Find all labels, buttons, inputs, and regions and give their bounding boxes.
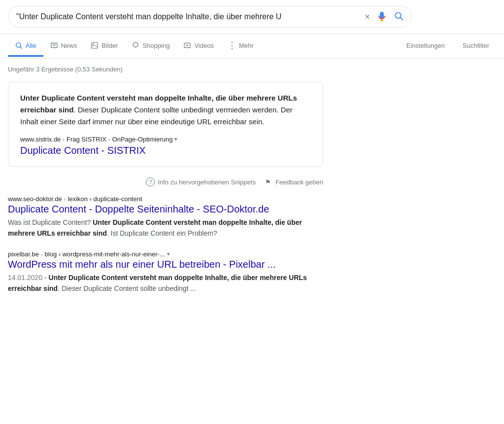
- tab-mehr-label: Mehr: [239, 42, 254, 49]
- result-count: Ungefähr 3 Ergebnisse (0,53 Sekunden): [0, 59, 504, 78]
- svg-rect-4: [51, 43, 57, 47]
- search-bar[interactable]: "Unter Duplicate Content versteht man do…: [8, 6, 412, 28]
- breadcrumb-arrow-2: ›: [108, 137, 110, 142]
- result-2-arrow: ›: [41, 251, 43, 257]
- mic-icon[interactable]: [376, 11, 388, 23]
- featured-snippet: Unter Duplicate Content versteht man dop…: [8, 82, 323, 167]
- result-1-link-text: Duplicate Content - Doppelte Seiteninhal…: [8, 204, 269, 214]
- snippet-info-link[interactable]: ? Info zu hervorgehobenen Snippets: [146, 177, 256, 186]
- tab-videos[interactable]: Videos: [176, 35, 221, 57]
- breadcrumb-dropdown-icon[interactable]: ▾: [174, 136, 177, 142]
- svg-line-1: [401, 17, 403, 20]
- suchfilter-link[interactable]: Suchfilter: [456, 36, 496, 57]
- search-bar-container: "Unter Duplicate Content versteht man do…: [0, 0, 504, 34]
- result-1-domain: www.seo-doktor.de: [8, 195, 62, 203]
- settings-label: Einstellungen: [406, 42, 445, 49]
- result-1-arrow: ›: [64, 196, 66, 202]
- result-2-link[interactable]: WordPress mit mehr als nur einer URL bet…: [8, 259, 276, 270]
- snippet-feedback-label: Feedback geben: [275, 178, 323, 186]
- news-tab-icon: [50, 41, 58, 49]
- result-2-url-row: pixelbar.be › blog › wordpress-mit-mehr-…: [8, 250, 317, 258]
- featured-snippet-link[interactable]: Duplicate Content - SISTRIX: [20, 145, 146, 156]
- featured-snippet-link-text: Duplicate Content - SISTRIX: [20, 145, 146, 156]
- result-1-url-row: www.seo-doktor.de › lexikon › duplicate-…: [8, 195, 317, 203]
- result-1-link[interactable]: Duplicate Content - Doppelte Seiteninhal…: [8, 204, 269, 214]
- search-result-2: pixelbar.be › blog › wordpress-mit-mehr-…: [0, 245, 325, 300]
- result-1-desc-rest: . Ist Duplicate Content ein Problem?: [107, 229, 217, 237]
- tab-mehr[interactable]: ⋮ Mehr: [221, 34, 261, 58]
- result-2-path: blog › wordpress-mit-mehr-als-nur-einer-…: [45, 250, 165, 258]
- result-2-desc-rest: . Dieser Duplicate Content sollte unbedi…: [58, 284, 196, 292]
- search-submit-icon[interactable]: [394, 11, 403, 23]
- mehr-dots-icon: ⋮: [228, 40, 237, 51]
- tab-bilder-label: Bilder: [101, 42, 118, 49]
- featured-snippet-breadcrumb: www.sistrix.de › Frag SISTRIX › OnPage-O…: [20, 136, 311, 143]
- breadcrumb-domain: www.sistrix.de: [20, 136, 61, 143]
- breadcrumb-arrow-1: ›: [63, 137, 65, 142]
- info-circle-icon: ?: [146, 177, 155, 186]
- tab-videos-label: Videos: [194, 42, 214, 49]
- result-1-desc-plain: Was ist Duplicate Content?: [8, 218, 93, 226]
- svg-rect-7: [92, 42, 98, 48]
- settings-link[interactable]: Einstellungen: [400, 36, 452, 57]
- snippet-info-label: Info zu hervorgehobenen Snippets: [158, 178, 256, 186]
- search-result-1: www.seo-doktor.de › lexikon › duplicate-…: [0, 189, 325, 245]
- flag-icon: ⚑: [264, 177, 272, 186]
- featured-snippet-text: Unter Duplicate Content versteht man dop…: [20, 92, 311, 128]
- result-1-description: Was ist Duplicate Content? Unter Duplica…: [8, 217, 317, 239]
- videos-tab-icon: [183, 41, 191, 49]
- tab-news[interactable]: News: [43, 35, 84, 57]
- close-icon[interactable]: ×: [365, 12, 370, 22]
- search-tab-icon: [15, 41, 23, 49]
- tab-bilder[interactable]: Bilder: [84, 35, 125, 57]
- tab-alle-label: Alle: [26, 42, 36, 49]
- snippet-feedback-link[interactable]: ⚑ Feedback geben: [264, 177, 323, 186]
- navigation-tabs: Alle News Bilder Shopping Videos ⋮ Mehr: [0, 34, 504, 59]
- result-2-date: 14.01.2020: [8, 274, 42, 282]
- tab-shopping-label: Shopping: [142, 42, 169, 49]
- tab-news-label: News: [61, 42, 77, 49]
- suchfilter-label: Suchfilter: [463, 42, 489, 49]
- result-2-link-text: WordPress mit mehr als nur einer URL bet…: [8, 259, 276, 270]
- shopping-tab-icon: [132, 41, 139, 49]
- snippet-feedback-bar: ? Info zu hervorgehobenen Snippets ⚑ Fee…: [0, 175, 331, 189]
- tab-shopping[interactable]: Shopping: [125, 35, 176, 57]
- result-1-path: lexikon › duplicate-content: [68, 195, 142, 203]
- tab-alle[interactable]: Alle: [8, 35, 43, 57]
- result-2-description: 14.01.2020 - Unter Duplicate Content ver…: [8, 272, 317, 294]
- search-bar-icons: ×: [365, 11, 403, 23]
- breadcrumb-part-1: Frag SISTRIX: [67, 136, 106, 143]
- bilder-tab-icon: [91, 41, 99, 49]
- svg-line-3: [20, 47, 22, 48]
- breadcrumb-part-2: OnPage-Optimierung: [112, 136, 173, 143]
- result-2-dropdown-icon[interactable]: ▾: [167, 251, 170, 257]
- svg-point-8: [93, 43, 94, 45]
- result-2-domain: pixelbar.be: [8, 250, 39, 258]
- result-2-desc-plain: -: [42, 274, 48, 282]
- svg-marker-10: [187, 44, 189, 46]
- search-query: "Unter Duplicate Content versteht man do…: [16, 12, 361, 21]
